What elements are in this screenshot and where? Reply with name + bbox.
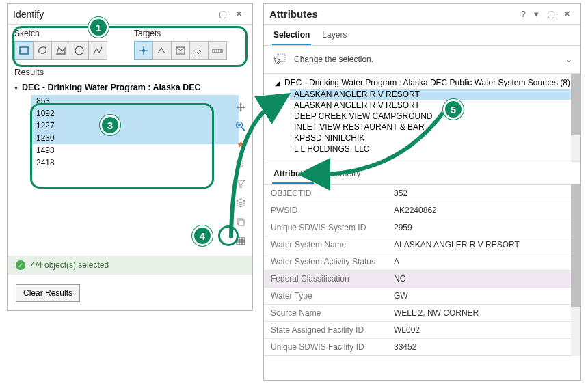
- grid-value: GW: [387, 288, 571, 304]
- grid-row[interactable]: Federal ClassificationNC: [264, 271, 571, 288]
- grid-value: A: [387, 253, 571, 270]
- annotation-ring-3: [30, 103, 214, 189]
- maximize-icon[interactable]: ▢: [215, 8, 231, 20]
- cursor-select-icon: [272, 53, 287, 66]
- tree-scrollbar[interactable]: [571, 74, 580, 163]
- grid-value: WELL 2, NW CORNER: [387, 305, 571, 321]
- results-layer-header[interactable]: ▾ DEC - Drinking Water Program : Alaska …: [8, 81, 252, 94]
- tab-selection[interactable]: Selection: [272, 27, 311, 45]
- status-text: 4/4 object(s) selected: [31, 260, 109, 270]
- restore-icon[interactable]: ▢: [543, 8, 559, 20]
- grid-key: Unique SDWIS Facility ID: [264, 339, 387, 355]
- callout-3: 3: [100, 115, 120, 135]
- clear-results-button[interactable]: Clear Results: [16, 284, 80, 302]
- grid-value: 33452: [387, 339, 571, 355]
- grid-value: AK2240862: [387, 202, 571, 219]
- grid-row[interactable]: Source NameWELL 2, NW CORNER: [264, 305, 571, 322]
- grid-row[interactable]: Water TypeGW: [264, 288, 571, 305]
- triangle-down-icon: ◢: [275, 79, 280, 87]
- status-bar: ✓ 4/4 object(s) selected: [8, 256, 252, 275]
- callout-4: 4: [192, 225, 213, 246]
- identify-titlebar: Identify ▢ ✕: [8, 4, 252, 25]
- attributes-titlebar: Attributes ? ▾ ▢ ✕: [264, 4, 580, 25]
- tab-layers[interactable]: Layers: [321, 27, 348, 45]
- callout-5: 5: [443, 99, 464, 120]
- check-icon: ✓: [16, 260, 25, 270]
- help-icon[interactable]: ?: [517, 8, 530, 20]
- tree-title: DEC - Drinking Water Program : Alaska DE…: [284, 78, 570, 87]
- layer-name: DEC - Drinking Water Program : Alaska DE…: [22, 83, 201, 92]
- grid-key: Federal Classification: [264, 271, 387, 287]
- grid-value: 2959: [387, 219, 571, 236]
- close-icon[interactable]: ✕: [559, 8, 575, 20]
- main-tabs: Selection Layers: [264, 25, 580, 46]
- grid-key: State Assigned Facility ID: [264, 322, 387, 338]
- tree-layer-header[interactable]: ◢ DEC - Drinking Water Program : Alaska …: [275, 77, 578, 89]
- change-selection-row[interactable]: Change the selection. ⌄: [264, 46, 580, 74]
- grid-row[interactable]: State Assigned Facility IDWL002: [264, 322, 571, 339]
- grid-scrollbar[interactable]: [571, 184, 580, 356]
- grid-key: Water Type: [264, 288, 387, 304]
- close-icon[interactable]: ✕: [231, 8, 247, 20]
- results-label: Results: [8, 66, 252, 79]
- attributes-title: Attributes: [269, 8, 318, 20]
- grid-row[interactable]: Unique SDWIS Facility ID33452: [264, 339, 571, 355]
- grid-value: NC: [387, 271, 571, 287]
- chevron-down-icon[interactable]: ⌄: [565, 55, 572, 64]
- grid-key: Source Name: [264, 305, 387, 321]
- annotation-arrow-5-to-attributes: [294, 106, 458, 195]
- grid-value: ALASKAN ANGLER R V RESORT: [387, 236, 571, 253]
- callout-1: 1: [88, 17, 109, 38]
- annotation-ring-1: [12, 26, 248, 67]
- identify-title: Identify: [13, 9, 44, 20]
- chevron-down-icon: ▾: [14, 84, 18, 92]
- grid-key: Water System Activity Status: [264, 253, 387, 270]
- grid-row[interactable]: Water System Activity StatusA: [264, 253, 571, 271]
- grid-value: WL002: [387, 322, 571, 338]
- dropdown-icon[interactable]: ▾: [530, 8, 543, 20]
- change-selection-label: Change the selection.: [294, 55, 373, 64]
